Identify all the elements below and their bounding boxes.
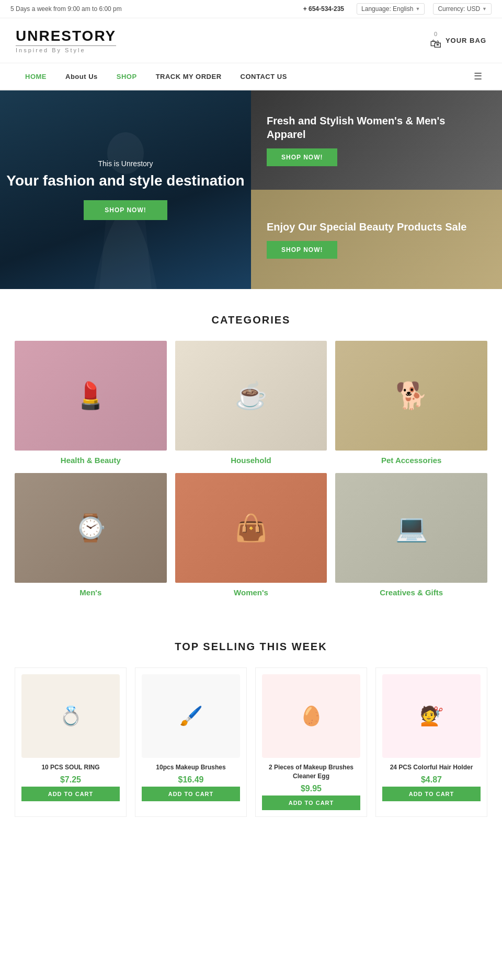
header: UNRESTORY Inspired By Style 0 🛍 YOUR BAG: [0, 18, 502, 63]
product-soul-ring-image: 💍: [21, 674, 120, 758]
category-mens-label: Men's: [79, 588, 101, 597]
hero-right-panel: Fresh and Stylish Women's & Men's Appare…: [251, 90, 502, 289]
nav-shop[interactable]: SHOP: [107, 65, 146, 88]
category-mens[interactable]: ⌚ Men's: [15, 473, 167, 597]
phone-number: + 654-534-235: [303, 5, 344, 13]
product-soul-ring-price: $7.25: [60, 775, 81, 785]
products-grid: 💍 10 PCS SOUL RING $7.25 ADD TO CART 🖌️ …: [15, 667, 487, 817]
product-makeup-brushes-price: $16.49: [178, 775, 204, 785]
hero-right-top: Fresh and Stylish Women's & Men's Appare…: [251, 90, 502, 190]
bag-label: YOUR BAG: [446, 37, 486, 44]
nav-home[interactable]: HOME: [16, 65, 56, 88]
hair-icon: 💇: [420, 705, 443, 727]
category-health-beauty[interactable]: 💄 Health & Beauty: [15, 341, 167, 465]
mens-icon: ⌚: [74, 513, 107, 543]
nav-track-order[interactable]: TRACK MY ORDER: [146, 65, 231, 88]
currency-label: Currency: USD: [438, 5, 480, 13]
product-cleaner-egg-name: 2 Pieces of Makeup Brushes Cleaner Egg: [262, 763, 360, 781]
currency-arrow-icon: ▼: [482, 6, 487, 11]
category-womens[interactable]: 👜 Women's: [175, 473, 327, 597]
search-icon[interactable]: ☰: [470, 63, 486, 89]
category-pet-accessories[interactable]: 🐕 Pet Accessories: [335, 341, 487, 465]
store-hours: 5 Days a week from 9:00 am to 6:00 pm: [10, 5, 122, 13]
language-arrow-icon: ▼: [415, 6, 420, 11]
hero-beauty-title: Enjoy Our Special Beauty Products Sale: [267, 220, 466, 234]
category-household-image: ☕: [175, 341, 327, 451]
product-soul-ring-add-to-cart[interactable]: ADD TO CART: [21, 787, 120, 801]
bag-count: 0: [434, 31, 437, 37]
product-hair-holder-name: 24 PCS Colorful Hair Holder: [390, 763, 473, 772]
hero-apparel-shop-button[interactable]: SHOP NOW!: [267, 148, 337, 166]
hero-shop-now-button[interactable]: SHOP NOW!: [84, 200, 167, 220]
category-mens-image: ⌚: [15, 473, 167, 583]
logo-sub-text: Inspired By Style: [16, 45, 116, 53]
category-health-beauty-label: Health & Beauty: [61, 456, 121, 465]
nav-contact[interactable]: CONTACT US: [231, 65, 296, 88]
category-womens-label: Women's: [234, 588, 268, 597]
shopping-bag[interactable]: 0 🛍 YOUR BAG: [430, 31, 486, 51]
categories-title: CATEGORIES: [0, 314, 502, 326]
product-hair-holder-price: $4.87: [421, 775, 442, 785]
category-pet-label: Pet Accessories: [381, 456, 441, 465]
category-creatives[interactable]: 💻 Creatives & Gifts: [335, 473, 487, 597]
category-health-beauty-image: 💄: [15, 341, 167, 451]
category-household-label: Household: [231, 456, 271, 465]
language-dropdown[interactable]: Language: English ▼: [357, 3, 425, 15]
top-bar: 5 Days a week from 9:00 am to 6:00 pm + …: [0, 0, 502, 18]
product-makeup-brushes-name: 10pcs Makeup Brushes: [156, 763, 225, 772]
womens-icon: 👜: [235, 513, 267, 543]
categories-section: CATEGORIES 💄 Health & Beauty ☕ Household…: [0, 314, 502, 597]
pet-icon: 🐕: [395, 381, 428, 411]
category-household[interactable]: ☕ Household: [175, 341, 327, 465]
product-hair-holder-image: 💇: [382, 674, 481, 758]
egg-icon: 🥚: [300, 705, 323, 727]
hero-left-content: This is Unrestory Your fashion and style…: [6, 159, 244, 220]
product-soul-ring-name: 10 PCS SOUL RING: [41, 763, 99, 772]
product-makeup-brushes-add-to-cart[interactable]: ADD TO CART: [142, 787, 240, 801]
brushes-icon: 🖌️: [179, 705, 203, 727]
creatives-icon: 💻: [395, 513, 428, 543]
product-cleaner-egg-price: $9.95: [301, 784, 322, 793]
product-cleaner-egg-add-to-cart[interactable]: ADD TO CART: [262, 795, 360, 810]
ring-icon: 💍: [59, 705, 83, 727]
hero-title: Your fashion and style destination: [6, 172, 244, 190]
logo[interactable]: UNRESTORY Inspired By Style: [16, 28, 116, 53]
category-pet-image: 🐕: [335, 341, 487, 451]
product-hair-holder-add-to-cart[interactable]: ADD TO CART: [382, 787, 481, 801]
top-selling-section: TOP SELLING THIS WEEK 💍 10 PCS SOUL RING…: [0, 605, 502, 833]
hero-right-bottom: Enjoy Our Special Beauty Products Sale S…: [251, 190, 502, 289]
hero-subtitle: This is Unrestory: [6, 159, 244, 168]
hero-left-panel: This is Unrestory Your fashion and style…: [0, 90, 251, 289]
top-selling-title: TOP SELLING THIS WEEK: [15, 641, 487, 653]
hero-apparel-title: Fresh and Stylish Women's & Men's Appare…: [267, 114, 486, 141]
nav-about[interactable]: About Us: [56, 65, 107, 88]
logo-main-text: UNRESTORY: [16, 28, 116, 44]
product-makeup-brushes-image: 🖌️: [142, 674, 240, 758]
product-makeup-brushes: 🖌️ 10pcs Makeup Brushes $16.49 ADD TO CA…: [135, 667, 247, 817]
main-nav: HOME About Us SHOP TRACK MY ORDER CONTAC…: [0, 63, 502, 90]
currency-dropdown[interactable]: Currency: USD ▼: [433, 3, 492, 15]
bag-icon: 🛍: [430, 37, 441, 51]
product-soul-ring: 💍 10 PCS SOUL RING $7.25 ADD TO CART: [15, 667, 127, 817]
product-hair-holder: 💇 24 PCS Colorful Hair Holder $4.87 ADD …: [375, 667, 487, 817]
hero-beauty-shop-button[interactable]: SHOP NOW!: [267, 241, 337, 259]
category-creatives-image: 💻: [335, 473, 487, 583]
language-label: Language: English: [361, 5, 413, 13]
hero-section: This is Unrestory Your fashion and style…: [0, 90, 502, 289]
lang-currency-selectors: Language: English ▼ Currency: USD ▼: [357, 3, 492, 15]
category-creatives-label: Creatives & Gifts: [380, 588, 443, 597]
product-cleaner-egg-image: 🥚: [262, 674, 360, 758]
beauty-icon: 💄: [74, 381, 107, 411]
categories-grid: 💄 Health & Beauty ☕ Household 🐕 Pet Acce…: [0, 341, 502, 597]
household-icon: ☕: [235, 381, 267, 411]
product-cleaner-egg: 🥚 2 Pieces of Makeup Brushes Cleaner Egg…: [255, 667, 367, 817]
category-womens-image: 👜: [175, 473, 327, 583]
